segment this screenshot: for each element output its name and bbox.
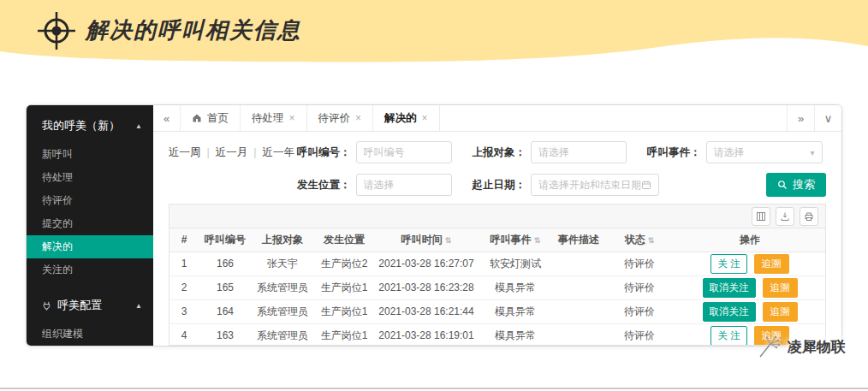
call-event: 模具异常: [478, 299, 553, 323]
quick-range-2[interactable]: 近一月: [216, 145, 248, 160]
status: 待评价: [604, 275, 675, 299]
row-actions: 取消关注追溯: [675, 299, 825, 323]
call-event-select[interactable]: 请选择 ▾: [706, 141, 823, 163]
chevron-up-icon: ▲: [135, 302, 142, 310]
location-select[interactable]: 请选择: [356, 174, 452, 196]
event-desc: [553, 299, 604, 323]
unfollow-button[interactable]: 取消关注: [703, 302, 756, 322]
reporter: 张天宇: [252, 252, 313, 275]
column-header: 上报对象: [252, 228, 313, 252]
export-icon: [780, 211, 790, 222]
call-event-label: 呼叫事件：: [647, 145, 701, 160]
page-title: 解决的呼叫相关信息: [86, 15, 301, 45]
export-button[interactable]: [776, 207, 794, 226]
tab-home[interactable]: 首页: [181, 105, 241, 131]
column-settings-button[interactable]: [752, 207, 770, 226]
column-header[interactable]: 呼叫事件⇅: [478, 228, 553, 252]
print-button[interactable]: [800, 207, 818, 226]
expand-tabs-button[interactable]: »: [787, 105, 814, 131]
status: 待评价: [604, 299, 675, 323]
tab-label: 待处理: [252, 111, 284, 126]
column-header: 呼叫编号: [199, 228, 252, 252]
location: 生产岗位2: [313, 252, 375, 275]
column-header: #: [169, 228, 199, 252]
trace-button[interactable]: 追溯: [754, 254, 789, 274]
tab-resolved[interactable]: 解决的×: [373, 105, 440, 131]
quick-range-3[interactable]: 近一年: [263, 145, 295, 160]
column-settings-icon: [756, 211, 766, 222]
filter-row-2: 发生位置： 请选择 起止日期： 请选择开始和结束日期: [169, 173, 826, 197]
trace-button[interactable]: 追溯: [763, 278, 798, 298]
call-event: 模具异常: [478, 275, 553, 299]
call-no: 163: [199, 323, 252, 346]
separator: |: [247, 146, 262, 158]
sort-icon[interactable]: ⇅: [534, 236, 541, 245]
search-button[interactable]: 搜索: [766, 173, 826, 197]
row-index: 1: [169, 252, 199, 275]
close-icon[interactable]: ×: [289, 112, 295, 124]
row-index: 4: [169, 323, 199, 346]
dandelion-icon: [757, 335, 782, 358]
tab-to-review[interactable]: 待评价×: [307, 105, 374, 131]
report-target-label: 上报对象：: [473, 145, 526, 160]
table-row: 1166张天宇生产岗位22021-03-28 16:27:07软安灯测试待评价关…: [169, 252, 825, 275]
status: 待评价: [604, 323, 675, 346]
tab-pending[interactable]: 待处理×: [241, 105, 307, 131]
close-icon[interactable]: ×: [422, 112, 428, 124]
sidebar-item-resolved[interactable]: 解决的: [27, 235, 153, 258]
follow-button[interactable]: 关 注: [710, 326, 746, 346]
call-time: 2021-03-28 16:23:28: [375, 275, 478, 299]
call-event: 软安灯测试: [478, 252, 553, 275]
sort-icon[interactable]: ⇅: [648, 236, 655, 245]
sidebar-item-followed[interactable]: 关注的: [27, 258, 153, 281]
sidebar-item-pending[interactable]: 待处理: [27, 166, 153, 189]
sidebar-group-config[interactable]: 呼美配置▲: [27, 288, 153, 323]
column-header[interactable]: 状态⇅: [604, 228, 675, 252]
date-range-label: 起止日期：: [473, 178, 526, 193]
call-time: 2021-03-28 16:21:44: [375, 299, 478, 323]
follow-button[interactable]: 关 注: [710, 254, 746, 274]
filter-panel: 近一周|近一月|近一年 呼叫编号： 上报对象： 请选择 呼叫事件： 请选择 ▾ …: [153, 132, 841, 204]
quick-range-1[interactable]: 近一周: [169, 145, 201, 160]
search-button-label: 搜索: [793, 177, 815, 193]
filter-row-1: 近一周|近一月|近一年 呼叫编号： 上报对象： 请选择 呼叫事件： 请选择 ▾: [169, 140, 826, 164]
event-desc: [553, 275, 604, 299]
call-time: 2021-03-28 16:19:01: [375, 323, 478, 346]
tab-label: 首页: [207, 111, 229, 126]
sidebar-item-org-modeling[interactable]: 组织建模: [27, 323, 153, 346]
close-icon[interactable]: ×: [355, 112, 361, 124]
sidebar-item-to-review[interactable]: 待评价: [27, 189, 153, 212]
trace-button[interactable]: 追溯: [763, 302, 798, 322]
column-header[interactable]: 呼叫时间⇅: [375, 228, 478, 252]
table-header-row: #呼叫编号上报对象发生位置呼叫时间⇅呼叫事件⇅事件描述状态⇅操作: [169, 228, 825, 252]
sidebar-item-submitted[interactable]: 提交的: [27, 212, 153, 235]
sort-icon[interactable]: ⇅: [445, 236, 452, 245]
call-no: 165: [199, 275, 252, 299]
row-index: 3: [169, 299, 199, 323]
banner: 解决的呼叫相关信息: [0, 0, 868, 74]
data-grid: #呼叫编号上报对象发生位置呼叫时间⇅呼叫事件⇅事件描述状态⇅操作 1166张天宇…: [169, 204, 826, 346]
select-placeholder: 请选择: [714, 145, 745, 160]
sidebar-item-new-call[interactable]: 新呼叫: [27, 143, 153, 166]
app-window: 我的呼美（新）▲新呼叫待处理待评价提交的解决的关注的呼美配置▲组织建模 « 首页…: [26, 104, 842, 347]
table-row: 2165系统管理员生产岗位12021-03-28 16:23:28模具异常待评价…: [169, 275, 825, 299]
call-no-input[interactable]: [356, 141, 452, 163]
report-target-select[interactable]: 请选择: [531, 141, 627, 163]
unfollow-button[interactable]: 取消关注: [703, 278, 756, 298]
search-icon: [777, 180, 788, 190]
location-label: 发生位置：: [297, 178, 351, 193]
date-range-input[interactable]: 请选择开始和结束日期: [531, 174, 659, 196]
sidebar-group-my-calls[interactable]: 我的呼美（新）▲: [27, 109, 153, 143]
row-index: 2: [169, 275, 199, 299]
reporter: 系统管理员: [252, 323, 313, 346]
brand-name: 凌犀物联: [788, 337, 846, 357]
row-actions: 取消关注追溯: [675, 275, 825, 299]
collapse-tabs-button[interactable]: «: [153, 105, 181, 131]
calendar-icon: [641, 180, 651, 190]
chevron-down-icon: ▾: [810, 148, 814, 157]
column-header: 发生位置: [313, 228, 375, 252]
row-actions: 关 注追溯: [675, 252, 825, 275]
main-panel: « 首页 待处理×待评价×解决的× » ∨ 近一周|近一月|近一年 呼叫编号： …: [153, 105, 841, 346]
tab-menu-button[interactable]: ∨: [814, 105, 841, 131]
column-header: 操作: [675, 228, 825, 252]
